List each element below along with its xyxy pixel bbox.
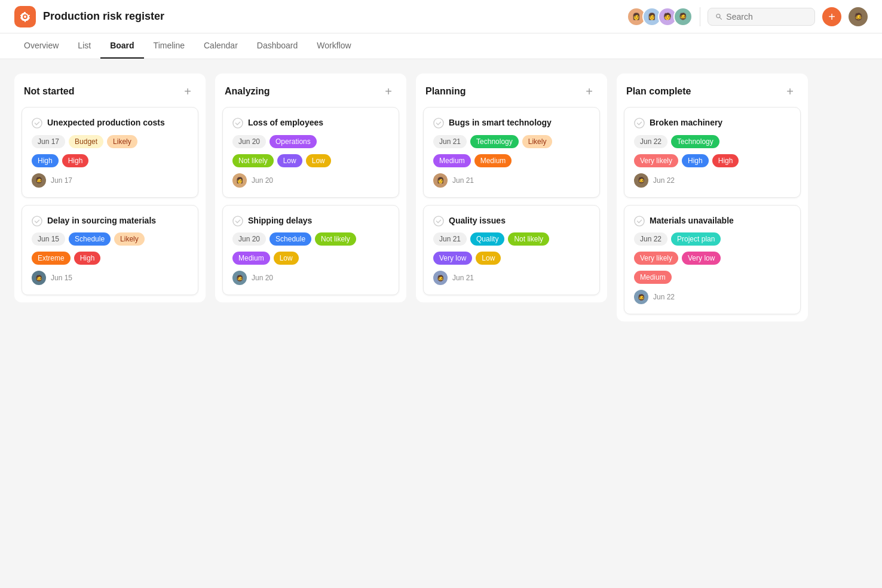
card-broken-machinery[interactable]: Broken machinery Jun 22 Technology Very …: [624, 107, 801, 198]
tag-high-2: High: [712, 154, 739, 167]
tag-schedule: Schedule: [69, 232, 111, 246]
card-tags-row2: High High: [32, 154, 188, 167]
card-title: Bugs in smart technology: [449, 117, 552, 129]
card-title: Materials unavailable: [650, 215, 734, 227]
add-plan-complete-button[interactable]: +: [782, 83, 798, 100]
card-date: Jun 20: [252, 176, 273, 185]
card-title-row: Loss of employees: [232, 117, 389, 129]
card-tags-row2: Medium Low: [232, 252, 389, 265]
tag-medium: Medium: [232, 252, 270, 265]
tag-technology: Technology: [470, 135, 519, 148]
check-icon: [433, 216, 444, 226]
add-analyzing-button[interactable]: +: [380, 83, 397, 100]
card-loss-of-employees[interactable]: Loss of employees Jun 20 Operations Not …: [222, 107, 399, 198]
card-avatar: 🧔: [32, 271, 46, 285]
card-date: Jun 17: [51, 176, 72, 185]
nav-workflow[interactable]: Workflow: [307, 33, 360, 59]
card-bugs-smart-technology[interactable]: Bugs in smart technology Jun 21 Technolo…: [423, 107, 600, 198]
column-analyzing: Analyzing + Loss of employees Jun 20 Ope…: [215, 74, 406, 302]
search-input[interactable]: [726, 12, 807, 22]
card-footer: 👩 Jun 21: [433, 173, 590, 188]
card-footer: 🧔 Jun 22: [634, 290, 791, 304]
check-icon: [634, 216, 645, 226]
card-tags-row2: Very likely High High: [634, 154, 791, 167]
card-avatar: 🧔: [232, 271, 247, 285]
card-avatar: 🧔: [433, 271, 448, 285]
card-tags-row1: Jun 21 Quality Not likely: [433, 232, 590, 246]
column-planning: Planning + Bugs in smart technology Jun …: [416, 74, 607, 302]
card-shipping-delays[interactable]: Shipping delays Jun 20 Schedule Not like…: [222, 205, 399, 296]
nav-overview[interactable]: Overview: [14, 33, 68, 59]
card-quality-issues[interactable]: Quality issues Jun 21 Quality Not likely…: [423, 205, 600, 296]
card-title-row: Unexpected production costs: [32, 117, 188, 129]
card-tags-row1: Jun 21 Technology Likely: [433, 135, 590, 148]
card-avatar: 👩: [433, 173, 448, 188]
planning-cards: Bugs in smart technology Jun 21 Technolo…: [416, 107, 607, 295]
nav-calendar[interactable]: Calendar: [194, 33, 247, 59]
column-planning-title: Planning: [425, 86, 466, 97]
check-icon: [32, 216, 42, 226]
tag-medium-2: Medium: [474, 154, 512, 167]
card-footer: 🧔 Jun 15: [32, 271, 188, 285]
card-date: Jun 22: [653, 293, 675, 301]
card-avatar: 👩: [232, 173, 247, 188]
svg-point-5: [434, 216, 443, 225]
nav-timeline[interactable]: Timeline: [144, 33, 194, 59]
card-title-row: Materials unavailable: [634, 215, 791, 227]
nav-board[interactable]: Board: [100, 33, 143, 59]
card-title-row: Quality issues: [433, 215, 590, 227]
tag-extreme: Extreme: [32, 252, 71, 265]
add-planning-button[interactable]: +: [581, 83, 598, 100]
card-date: Jun 20: [252, 274, 273, 282]
card-title: Loss of employees: [248, 117, 323, 129]
check-icon: [232, 118, 243, 128]
card-tags-row1: Jun 22 Project plan: [634, 232, 791, 246]
add-button[interactable]: +: [822, 7, 841, 26]
svg-point-0: [32, 118, 42, 128]
tag-date: Jun 17: [32, 135, 65, 148]
card-materials-unavailable[interactable]: Materials unavailable Jun 22 Project pla…: [624, 205, 801, 315]
tag-medium-1: Medium: [433, 154, 471, 167]
search-box[interactable]: [708, 8, 815, 26]
card-date: Jun 22: [653, 176, 675, 185]
card-tags-row1: Jun 20 Operations: [232, 135, 389, 148]
card-tags-row1: Jun 17 Budget Likely: [32, 135, 188, 148]
card-title-row: Delay in sourcing materials: [32, 215, 188, 227]
card-title: Quality issues: [449, 215, 506, 227]
board: Not started + Unexpected production cost…: [0, 59, 882, 336]
check-icon: [32, 118, 42, 128]
svg-point-2: [233, 118, 243, 128]
tag-low: Low: [274, 252, 299, 265]
card-tags-row2: Very likely Very low: [634, 252, 791, 265]
card-unexpected-production-costs[interactable]: Unexpected production costs Jun 17 Budge…: [22, 107, 198, 198]
column-plan-complete: Plan complete + Broken machinery Jun 22 …: [617, 74, 808, 321]
analyzing-cards: Loss of employees Jun 20 Operations Not …: [215, 107, 406, 295]
user-avatar[interactable]: 🧔: [849, 7, 868, 26]
tag-not-likely: Not likely: [232, 154, 274, 167]
tag-low-1: Low: [277, 154, 302, 167]
card-tags-row3: Medium: [634, 271, 791, 284]
nav-dashboard[interactable]: Dashboard: [247, 33, 308, 59]
add-not-started-button[interactable]: +: [179, 83, 196, 100]
check-icon: [433, 118, 444, 128]
card-tags-row1: Jun 20 Schedule Not likely: [232, 232, 389, 246]
card-tags-row1: Jun 15 Schedule Likely: [32, 232, 188, 246]
tag-schedule: Schedule: [270, 232, 311, 246]
card-footer: 👩 Jun 20: [232, 173, 389, 188]
tag-likely: Likely: [114, 232, 145, 246]
app-title: Production risk register: [43, 10, 627, 23]
tag-quality: Quality: [470, 232, 504, 246]
check-icon: [232, 216, 243, 226]
search-icon: [715, 13, 722, 21]
svg-point-4: [434, 118, 443, 128]
card-title: Shipping delays: [248, 215, 312, 227]
tag-date: Jun 20: [232, 135, 266, 148]
card-tags-row2: Not likely Low Low: [232, 154, 389, 167]
card-delay-sourcing-materials[interactable]: Delay in sourcing materials Jun 15 Sched…: [22, 205, 198, 296]
card-tags-row2: Medium Medium: [433, 154, 590, 167]
tag-operations: Operations: [270, 135, 317, 148]
avatar-4[interactable]: 🧔: [673, 7, 693, 26]
card-avatar: 🧔: [634, 290, 648, 304]
nav-list[interactable]: List: [68, 33, 100, 59]
svg-point-7: [635, 216, 644, 225]
